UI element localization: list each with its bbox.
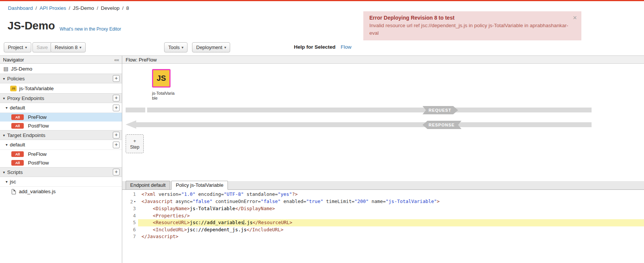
tools-button-label: Tools <box>168 45 180 50</box>
nav-section-scripts[interactable]: ▾Scripts+ <box>0 167 122 177</box>
flow-header: Flow: PreFlow <box>122 56 644 64</box>
close-icon[interactable]: × <box>573 14 577 21</box>
add-button[interactable]: + <box>113 95 120 102</box>
nav-section-policies[interactable]: ▾Policies+ <box>0 74 122 83</box>
js-policy-node[interactable]: JS <box>152 69 171 88</box>
nav-section-proxy-endpoints[interactable]: ▾Proxy Endpoints+ <box>0 93 122 103</box>
nav-row-label: default <box>10 105 25 111</box>
save-button[interactable]: Save <box>32 42 52 52</box>
request-bar-segment <box>126 108 145 112</box>
add-button[interactable]: + <box>113 132 120 138</box>
request-bar <box>147 108 592 112</box>
error-alert-title: Error Deploying Revision 8 to test <box>369 15 569 21</box>
code-line[interactable]: 6 <IncludeURL>jsc://dependent_js.js</Inc… <box>122 226 644 234</box>
code-line-content: <DisplayName>js-TotalVariable</DisplayNa… <box>138 205 644 212</box>
response-arrowhead-icon <box>126 120 136 129</box>
code-area[interactable]: 1<?xml version="1.0" encoding="UTF-8" st… <box>122 190 644 263</box>
nav-row-label: js-TotalVariable <box>19 86 54 91</box>
nav-flow-proxy-preflow[interactable]: AllPreFlow <box>0 113 122 122</box>
flow-help-link[interactable]: Flow <box>341 44 352 50</box>
help-for-selected-label: Help for Selected <box>294 44 335 50</box>
tab-endpoint-default[interactable]: Endpoint default <box>126 181 170 190</box>
response-bar <box>136 122 592 127</box>
collapse-sidebar-button[interactable]: «« <box>114 57 119 63</box>
proxy-icon: ▤ <box>3 66 8 72</box>
navigator-panel: Navigator «« ▤JS-Demo▾Policies+JSjs-Tota… <box>0 56 122 263</box>
all-badge: All <box>11 151 24 157</box>
revision-button[interactable]: Revision 8 ▾ <box>51 42 86 52</box>
nav-sub-target-default[interactable]: ▾default+ <box>0 140 122 150</box>
fold-icon[interactable]: ▾ <box>134 200 136 203</box>
triangle-down-icon: ▾ <box>3 96 5 100</box>
nav-root-js-demo[interactable]: ▤JS-Demo <box>0 64 122 74</box>
line-number: 2▾ <box>122 198 138 206</box>
triangle-down-icon: ▾ <box>3 170 5 174</box>
navigator-rows: ▤JS-Demo▾Policies+JSjs-TotalVariable▾Pro… <box>0 64 122 196</box>
navigator-header: Navigator «« <box>0 56 122 64</box>
triangle-down-icon: ▾ <box>3 133 5 137</box>
line-number: 6 <box>122 226 138 234</box>
all-badge: All <box>11 123 24 129</box>
all-badge: All <box>11 114 24 120</box>
tools-button[interactable]: Tools ▾ <box>164 42 188 52</box>
flow-canvas[interactable]: JS js-TotalVariable REQUEST RESPONSE + S… <box>122 64 644 181</box>
breadcrumb-separator: / <box>69 5 70 11</box>
nav-flow-proxy-postflow[interactable]: AllPostFlow <box>0 122 122 130</box>
add-button[interactable]: + <box>113 141 120 148</box>
save-button-label: Save <box>37 45 48 50</box>
error-alert-body: Invalid resource url ref jsc://dependent… <box>369 22 569 37</box>
deployment-button[interactable]: Deployment ▾ <box>192 42 230 52</box>
nav-sub-proxy-default[interactable]: ▾default+ <box>0 103 122 113</box>
nav-row-label: default <box>10 142 25 148</box>
code-line-content: <Javascript async="false" continueOnErro… <box>138 198 644 206</box>
code-line-content: </Javascript> <box>138 233 644 240</box>
nav-section-label: Scripts <box>7 169 23 175</box>
breadcrumb-item: JS-Demo <box>73 5 94 11</box>
code-line[interactable]: 2▾<Javascript async="false" continueOnEr… <box>122 198 644 206</box>
tab-policy-js-totalvariable[interactable]: Policy js-TotalVariable <box>171 181 228 190</box>
deployment-button-label: Deployment <box>196 45 222 50</box>
chevron-down-icon: ▾ <box>181 45 183 49</box>
triangle-down-icon: ▾ <box>3 77 5 81</box>
line-number: 7 <box>122 233 138 240</box>
add-button[interactable]: + <box>113 105 120 111</box>
code-line[interactable]: 3 <DisplayName>js-TotalVariable</Display… <box>122 205 644 212</box>
breadcrumb-separator: / <box>122 5 124 11</box>
nav-flow-target-preflow[interactable]: AllPreFlow <box>0 150 122 158</box>
add-step-button-label: Step <box>130 145 140 150</box>
nav-section-label: Proxy Endpoints <box>7 95 44 101</box>
triangle-down-icon: ▾ <box>6 143 8 147</box>
response-arrow-label: RESPONSE <box>423 121 461 129</box>
breadcrumb-item: 8 <box>126 5 129 11</box>
nav-sub-jsc[interactable]: ▾jsc <box>0 177 122 187</box>
breadcrumb-item[interactable]: API Proxies <box>40 5 66 11</box>
file-icon <box>12 189 16 194</box>
code-line-content: <IncludeURL>jsc://dependent_js.js</Inclu… <box>138 226 644 234</box>
code-line[interactable]: 5 <ResourceURL>jsc://add_variables.js</R… <box>122 219 644 226</box>
project-button[interactable]: Project ▾ <box>4 42 31 52</box>
nav-flow-target-postflow[interactable]: AllPostFlow <box>0 158 122 167</box>
error-alert: Error Deploying Revision 8 to test Inval… <box>363 11 581 40</box>
request-arrow-label: REQUEST <box>423 106 458 114</box>
code-line[interactable]: 4 <Properties/> <box>122 212 644 220</box>
code-editor: Endpoint defaultPolicy js-TotalVariable … <box>122 181 644 263</box>
nav-row-label: PreFlow <box>28 114 47 120</box>
code-line[interactable]: 1<?xml version="1.0" encoding="UTF-8" st… <box>122 191 644 198</box>
add-step-button[interactable]: + Step <box>126 134 144 153</box>
breadcrumb-separator: / <box>35 5 37 11</box>
whats-new-link[interactable]: What's new in the Proxy Editor <box>60 26 121 32</box>
add-button[interactable]: + <box>113 75 120 82</box>
project-button-label: Project <box>8 45 23 50</box>
breadcrumb-separator: / <box>97 5 98 11</box>
nav-section-label: Policies <box>7 76 25 82</box>
triangle-down-icon: ▾ <box>6 106 8 110</box>
nav-item-js-totalvariable[interactable]: JSjs-TotalVariable <box>0 83 122 93</box>
line-number: 5 <box>122 219 138 226</box>
chevron-down-icon: ▾ <box>224 45 226 49</box>
nav-file-add-variables-js[interactable]: add_variables.js <box>0 187 122 196</box>
code-line[interactable]: 7</Javascript> <box>122 233 644 240</box>
breadcrumb-item[interactable]: Dashboard <box>8 5 33 11</box>
nav-section-target-endpoints[interactable]: ▾Target Endpoints+ <box>0 130 122 140</box>
line-number: 3 <box>122 205 138 212</box>
add-button[interactable]: + <box>113 169 120 175</box>
